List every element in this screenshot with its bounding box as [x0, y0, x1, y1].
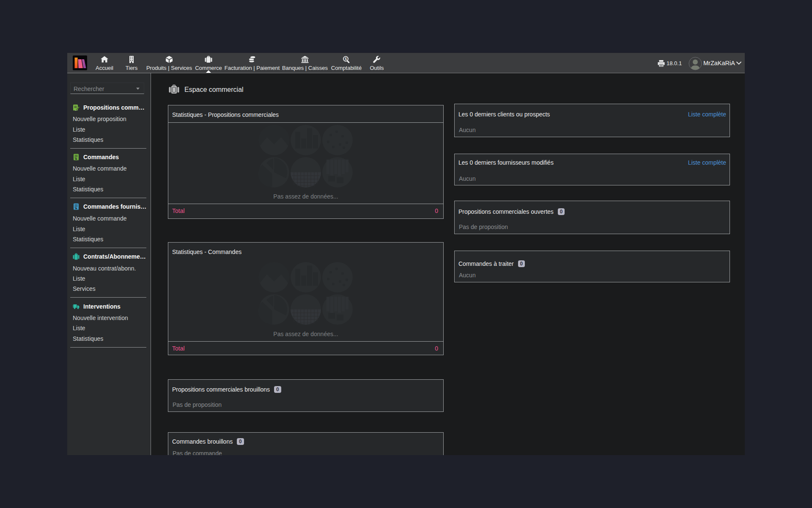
svg-text:$: $	[345, 57, 347, 61]
